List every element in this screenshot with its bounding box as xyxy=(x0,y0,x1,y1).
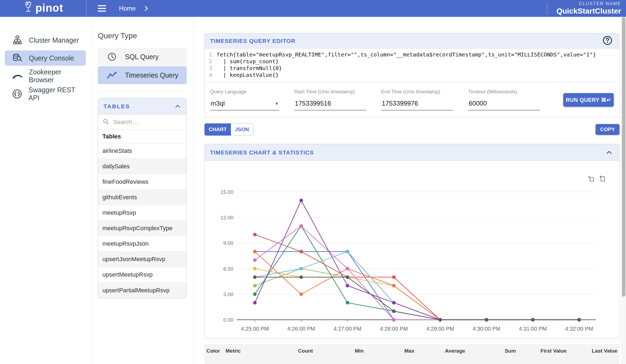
chevron-up-icon[interactable] xyxy=(174,103,181,110)
results-panel-header: TIMESERIES CHART & STATISTICS xyxy=(205,144,619,161)
end-time-value: 1753399976 xyxy=(382,100,418,107)
timeseries-results-panel: TIMESERIES CHART & STATISTICS xyxy=(204,144,619,339)
sidebar-item-swagger-rest-api[interactable]: Swagger REST API xyxy=(5,86,86,102)
chevron-right-icon xyxy=(143,5,150,12)
start-time-value: 1753399516 xyxy=(295,100,331,107)
query-language-value: m3ql xyxy=(211,100,225,107)
sidenav: Cluster ManagerQuery ConsoleZookeeper Br… xyxy=(0,17,91,364)
cluster-manager-icon xyxy=(12,35,23,46)
chart-host: 0.003.006.009.0012.0015.004:25:00 PM4:26… xyxy=(205,161,619,340)
zookeeper-icon xyxy=(12,71,23,81)
query-type-option-timeseries-query[interactable]: Timeseries Query xyxy=(98,66,187,84)
zoom-select-icon[interactable] xyxy=(588,176,595,183)
sidebar-item-zookeeper-browser[interactable]: Zookeeper Browser xyxy=(5,68,86,84)
start-time-label: Start Time (Unix timestamp) xyxy=(294,89,366,95)
table-row-upsertjsonmeetuprsvp[interactable]: upsertJsonMeetupRsvp xyxy=(98,252,186,267)
end-time-label: End Time (Unix timestamp) xyxy=(381,89,453,95)
sidebar-item-label: Swagger REST API xyxy=(29,86,86,102)
svg-text:4:27:00 PM: 4:27:00 PM xyxy=(334,326,361,332)
table-row-meetuprsvpjson[interactable]: meetupRsvpJson xyxy=(98,236,186,252)
stats-column-max: Max xyxy=(364,348,414,354)
tables-panel-header[interactable]: TABLES xyxy=(98,98,186,115)
svg-text:4:26:00 PM: 4:26:00 PM xyxy=(287,326,315,332)
table-row-upsertmeetuprsvp[interactable]: upsertMeetupRsvp xyxy=(98,267,186,283)
query-language-label: Query Language xyxy=(210,89,279,95)
help-icon[interactable] xyxy=(602,35,613,47)
timeout-label: Timeout (Milliseconds) xyxy=(468,89,540,95)
query-type-option-sql-query[interactable]: SQL Query xyxy=(98,48,187,66)
breadcrumb[interactable]: Home xyxy=(119,5,136,12)
stats-column-average: Average xyxy=(414,348,465,354)
start-time-field[interactable]: Start Time (Unix timestamp) 1753399516 xyxy=(294,89,366,110)
timeseries-query-editor-panel: TIMESERIES QUERY EDITOR 1fetch{table="me… xyxy=(204,33,619,117)
line-number: 4 xyxy=(205,72,217,78)
line-number: 3 xyxy=(205,65,217,72)
tables-search-input[interactable] xyxy=(113,119,176,126)
query-type-option-label: SQL Query xyxy=(125,53,159,61)
timeout-field[interactable]: Timeout (Milliseconds) 60000 xyxy=(468,89,540,110)
run-query-button[interactable]: RUN QUERY ⌘↵ xyxy=(563,93,614,107)
stats-column-color: Color xyxy=(206,348,226,354)
timeout-value: 60000 xyxy=(469,100,487,107)
code-text: | transformNull{0} xyxy=(217,65,282,72)
svg-text:4:29:00 PM: 4:29:00 PM xyxy=(426,326,454,332)
tables-panel: TABLES Tables airlineStatsdailySalesfine… xyxy=(98,98,187,298)
sidebar-item-label: Cluster Manager xyxy=(29,36,79,44)
tables-list: airlineStatsdailySalesfineFoodReviewsgit… xyxy=(98,143,186,298)
end-time-field[interactable]: End Time (Unix timestamp) 1753399976 xyxy=(381,89,453,110)
stats-column-sum: Sum xyxy=(465,348,516,354)
pinot-logo[interactable]: pinot xyxy=(0,0,86,17)
menu-hamburger-icon[interactable] xyxy=(98,5,106,12)
table-row-airlinestats[interactable]: airlineStats xyxy=(98,143,186,159)
svg-text:15.00: 15.00 xyxy=(220,189,233,195)
stats-column-first-value: First Value xyxy=(516,348,567,354)
table-row-githubevents[interactable]: githubEvents xyxy=(98,190,186,205)
svg-text:12.00: 12.00 xyxy=(220,215,233,220)
table-row-dailysales[interactable]: dailySales xyxy=(98,159,186,174)
tab-json[interactable]: JSON xyxy=(231,124,253,135)
svg-text:4:31:00 PM: 4:31:00 PM xyxy=(519,326,547,332)
svg-text:6.00: 6.00 xyxy=(223,266,233,272)
tables-list-header: Tables xyxy=(98,130,186,143)
code-text: | sum{rsvp_count} xyxy=(217,58,279,65)
cluster-name-value: QuickStartCluster xyxy=(556,7,621,15)
timeseries-icon xyxy=(107,70,117,81)
line-number: 1 xyxy=(205,51,217,58)
stats-column-metric: Metric xyxy=(226,348,262,354)
svg-text:4:25:00 PM: 4:25:00 PM xyxy=(241,326,269,332)
query-type-option-label: Timeseries Query xyxy=(125,71,178,79)
timeseries-line-chart[interactable]: 0.003.006.009.0012.0015.004:25:00 PM4:26… xyxy=(205,161,614,338)
editor-panel-header: TIMESERIES QUERY EDITOR xyxy=(205,33,619,49)
tab-chart[interactable]: CHART xyxy=(205,124,231,135)
table-row-meetuprsvp[interactable]: meetupRsvp xyxy=(98,205,186,221)
svg-text:4:32:00 PM: 4:32:00 PM xyxy=(565,326,593,332)
pinot-glass-icon xyxy=(23,1,34,16)
sidebar-item-cluster-manager[interactable]: Cluster Manager xyxy=(5,33,86,48)
sidebar-item-label: Zookeeper Browser xyxy=(29,68,86,84)
page-scrollbar[interactable] xyxy=(621,17,626,364)
query-code-editor[interactable]: 1fetch{table="meetupRsvp_REALTIME",filte… xyxy=(205,49,619,83)
divider xyxy=(98,91,187,91)
sidebar-item-query-console[interactable]: Query Console xyxy=(5,50,86,66)
query-language-field[interactable]: Query Language m3ql ▼ xyxy=(210,89,279,110)
search-icon xyxy=(102,118,109,126)
table-row-meetuprsvpcomplextype[interactable]: meetupRsvpComplexType xyxy=(98,221,186,236)
code-text: fetch{table="meetupRsvp_REALTIME",filter… xyxy=(217,51,596,58)
results-panel-title: TIMESERIES CHART & STATISTICS xyxy=(210,149,314,156)
scrollbar-thumb[interactable] xyxy=(622,17,625,297)
main-content: TIMESERIES QUERY EDITOR 1fetch{table="me… xyxy=(194,17,626,364)
copy-button[interactable]: COPY xyxy=(596,124,619,135)
code-line: 3 | transformNull{0} xyxy=(205,65,619,72)
chart-toolbox xyxy=(588,176,606,183)
clock-icon xyxy=(107,51,117,62)
statistics-table-header: ColorMetricCountMinMaxAverageSumFirst Va… xyxy=(204,344,619,364)
query-type-options: SQL QueryTimeseries Query xyxy=(98,48,187,84)
table-row-finefoodreviews[interactable]: fineFoodReviews xyxy=(98,174,186,190)
stats-column-min: Min xyxy=(313,348,364,354)
zoom-reset-icon[interactable] xyxy=(599,176,606,183)
code-text: | keepLastValue{} xyxy=(217,72,279,78)
table-row-upsertpartialmeetuprsvp[interactable]: upsertPartialMeetupRsvp xyxy=(98,283,186,298)
output-toggle-row: CHART JSON COPY xyxy=(204,123,619,136)
chart-json-toggle: CHART JSON xyxy=(204,123,253,136)
collapse-chevron-up-icon[interactable] xyxy=(606,149,613,156)
